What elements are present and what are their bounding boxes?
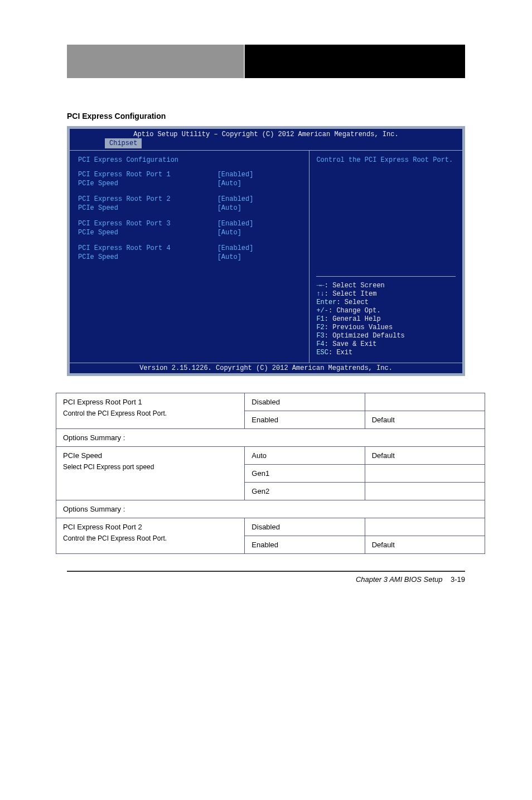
bios-key-hint: ↑↓: Select Item	[316, 290, 456, 298]
opt-name: PCI Express Root Port 2	[63, 523, 238, 531]
opt-default	[365, 393, 485, 411]
opt-desc: Select PCI Express port speed	[63, 463, 238, 471]
bios-setting-value: [Enabled]	[217, 244, 301, 252]
bios-setting-label: PCI Express Root Port 3	[78, 220, 217, 228]
bios-left-pane: PCI Express Configuration PCI Express Ro…	[70, 151, 309, 363]
bios-footer: Version 2.15.1226. Copyright (C) 2012 Am…	[70, 363, 462, 373]
table-row: Options Summary :	[56, 429, 485, 447]
chapter-label: Chapter 3 AMI BIOS Setup	[356, 575, 443, 584]
opt-default: Default	[365, 447, 485, 465]
bios-setting-row: PCI Express Root Port 1[Enabled]	[78, 171, 301, 179]
bios-setting-label: PCI Express Root Port 4	[78, 244, 217, 252]
bios-setting-row: PCIe Speed[Auto]	[78, 253, 301, 261]
opt-name: PCIe Speed	[63, 451, 238, 460]
opt-default	[365, 465, 485, 483]
bios-key-hint: F4: Save & Exit	[316, 340, 456, 348]
opt-value: Disabled	[245, 518, 365, 536]
bios-active-tab: Chipset	[105, 138, 142, 148]
opt-value: Disabled	[245, 393, 365, 411]
bios-setting-label: PCIe Speed	[78, 229, 217, 237]
bios-key-hint: +/-: Change Opt.	[316, 307, 456, 315]
page-header	[67, 45, 465, 78]
section-title: PCI Express Configuration	[67, 112, 465, 121]
bios-setting-row: PCIe Speed[Auto]	[78, 229, 301, 237]
bios-setting-value: [Auto]	[217, 204, 301, 212]
page-number: 3-19	[451, 575, 465, 584]
opt-default	[365, 518, 485, 536]
bios-setting-value: [Auto]	[217, 180, 301, 187]
table-row: PCIe Speed Select PCI Express port speed…	[56, 447, 485, 465]
table-row: PCI Express Root Port 1 Control the PCI …	[56, 393, 485, 411]
bios-setting-label: PCI Express Root Port 1	[78, 171, 217, 179]
bios-setting-value: [Auto]	[217, 229, 301, 237]
header-left-block	[67, 45, 245, 78]
bios-setting-row: PCIe Speed[Auto]	[78, 180, 301, 187]
bios-setting-label: PCIe Speed	[78, 253, 217, 261]
opt-desc: Control the PCI Express Root Port.	[63, 409, 238, 417]
bios-key-hint: ESC: Exit	[316, 349, 456, 356]
header-right-block	[245, 45, 465, 78]
bios-page-heading: PCI Express Configuration	[78, 156, 301, 164]
opt-name: PCI Express Root Port 1	[63, 398, 238, 406]
page-footer: Chapter 3 AMI BIOS Setup 3-19	[67, 571, 465, 584]
bios-title-text: Aptio Setup Utility – Copyright (C) 2012…	[133, 131, 398, 138]
table-row: Options Summary :	[56, 500, 485, 518]
opt-value: Gen1	[245, 465, 365, 483]
bios-key-hint: F1: General Help	[316, 315, 456, 323]
bios-setting-label: PCI Express Root Port 2	[78, 195, 217, 203]
bios-setting-row: PCI Express Root Port 3[Enabled]	[78, 220, 301, 228]
options-summary-label: Options Summary :	[56, 500, 485, 518]
opt-desc: Control the PCI Express Root Port.	[63, 534, 238, 542]
opt-value: Enabled	[245, 411, 365, 429]
options-summary-label: Options Summary :	[56, 429, 485, 447]
bios-setting-row: PCI Express Root Port 2[Enabled]	[78, 195, 301, 203]
opt-default: Default	[365, 536, 485, 554]
bios-help-text: Control the PCI Express Root Port.	[316, 156, 456, 164]
bios-setting-value: [Enabled]	[217, 220, 301, 228]
bios-title-bar: Aptio Setup Utility – Copyright (C) 2012…	[70, 129, 462, 151]
bios-setting-value: [Enabled]	[217, 171, 301, 179]
opt-value: Enabled	[245, 536, 365, 554]
opt-value: Auto	[245, 447, 365, 465]
bios-key-help: →←: Select Screen↑↓: Select ItemEnter: S…	[316, 276, 456, 357]
bios-setting-value: [Auto]	[217, 253, 301, 261]
bios-setting-value: [Enabled]	[217, 195, 301, 203]
bios-key-hint: Enter: Select	[316, 298, 456, 306]
table-row: PCI Express Root Port 2 Control the PCI …	[56, 518, 485, 536]
options-table: PCI Express Root Port 1 Control the PCI …	[56, 393, 485, 554]
bios-setting-row: PCI Express Root Port 4[Enabled]	[78, 244, 301, 252]
bios-key-hint: F2: Previous Values	[316, 324, 456, 331]
bios-setting-label: PCIe Speed	[78, 180, 217, 187]
bios-key-hint: →←: Select Screen	[316, 282, 456, 290]
bios-screenshot: Aptio Setup Utility – Copyright (C) 2012…	[67, 126, 465, 376]
bios-setting-row: PCIe Speed[Auto]	[78, 204, 301, 212]
opt-default	[365, 483, 485, 500]
bios-right-pane: Control the PCI Express Root Port. →←: S…	[309, 151, 462, 363]
bios-setting-label: PCIe Speed	[78, 204, 217, 212]
bios-key-hint: F3: Optimized Defaults	[316, 332, 456, 340]
opt-default: Default	[365, 411, 485, 429]
opt-value: Gen2	[245, 483, 365, 500]
